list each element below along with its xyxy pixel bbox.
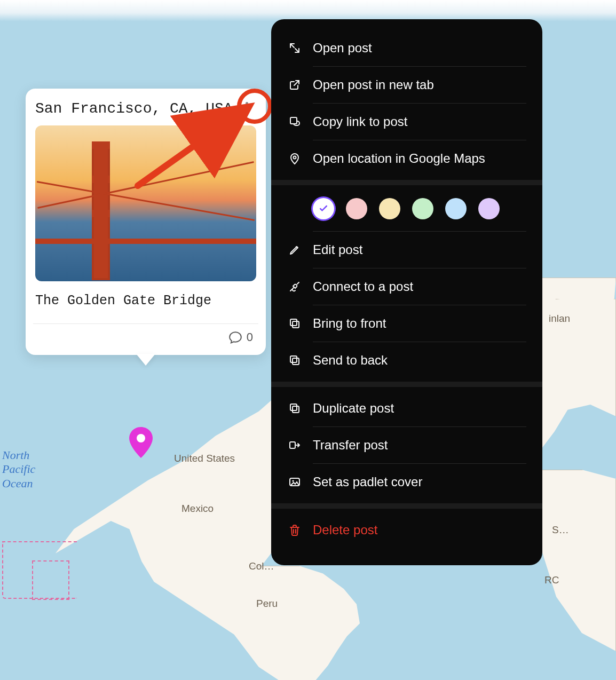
menu-label: Open location in Google Maps: [313, 151, 526, 166]
map-pin[interactable]: [129, 427, 153, 458]
post-card[interactable]: San Francisco, CA, USA The Golden Gate B…: [26, 89, 266, 355]
menu-label: Open post in new tab: [313, 77, 526, 92]
svg-rect-8: [290, 404, 297, 410]
bring-front-icon: [287, 316, 302, 331]
menu-label: Duplicate post: [313, 401, 526, 416]
menu-edit-post[interactable]: Edit post: [271, 232, 542, 268]
svg-rect-5: [290, 356, 297, 362]
ocean-label: North Pacific Ocean: [2, 448, 35, 491]
menu-connect-post[interactable]: Connect to a post: [271, 268, 542, 305]
menu-open-google-maps[interactable]: Open location in Google Maps: [271, 140, 542, 177]
menu-label: Edit post: [313, 242, 526, 257]
expand-icon: [287, 41, 302, 56]
country-label-mexico: Mexico: [181, 503, 214, 515]
send-back-icon: [287, 353, 302, 368]
color-swatch-yellow[interactable]: [379, 198, 400, 219]
landmass-africa: [531, 470, 616, 651]
menu-label: Copy link to post: [313, 114, 526, 129]
menu-label: Transfer post: [313, 438, 526, 453]
menu-delete-post[interactable]: Delete post: [271, 512, 542, 548]
color-swatch-white[interactable]: [313, 198, 334, 219]
svg-point-0: [137, 434, 145, 442]
card-footer: 0: [35, 324, 256, 350]
pencil-icon: [287, 242, 302, 257]
external-link-icon: [287, 77, 302, 92]
menu-send-to-back[interactable]: Send to back: [271, 342, 542, 378]
maritime-boundary: [32, 560, 69, 600]
pin-icon: [129, 427, 153, 458]
post-image[interactable]: [35, 125, 256, 281]
menu-label: Connect to a post: [313, 279, 526, 294]
country-label-peru: Peru: [256, 598, 278, 610]
color-swatches-row: [271, 188, 542, 231]
svg-rect-3: [293, 321, 299, 328]
menu-open-post[interactable]: Open post: [271, 30, 542, 66]
region-label-rc: RC: [544, 574, 559, 586]
country-label-usa: United States: [174, 453, 235, 464]
country-label-colombia: Col…: [249, 560, 274, 572]
region-label-sc: S…: [552, 524, 569, 536]
color-swatch-green[interactable]: [412, 198, 433, 219]
post-caption: The Golden Gate Bridge: [35, 293, 256, 309]
menu-label: Set as padlet cover: [313, 475, 526, 489]
menu-transfer-post[interactable]: Transfer post: [271, 427, 542, 463]
comment-count: 0: [247, 330, 253, 344]
color-swatch-pink[interactable]: [346, 198, 367, 219]
annotation-circle: [237, 89, 272, 124]
menu-label: Delete post: [313, 523, 526, 537]
menu-duplicate-post[interactable]: Duplicate post: [271, 390, 542, 426]
card-pointer-tail: [136, 354, 155, 366]
post-context-menu: Open post Open post in new tab Copy link…: [271, 19, 542, 565]
arctic-band: [0, 0, 616, 21]
menu-label: Send to back: [313, 353, 526, 368]
menu-label: Open post: [313, 41, 526, 56]
svg-rect-7: [293, 406, 299, 413]
menu-group-divider: [271, 503, 542, 509]
menu-bring-to-front[interactable]: Bring to front: [271, 305, 542, 342]
image-icon: [287, 475, 302, 489]
svg-rect-1: [290, 117, 297, 124]
transfer-icon: [287, 438, 302, 453]
link-icon: [287, 114, 302, 129]
color-swatch-blue[interactable]: [445, 198, 467, 219]
menu-copy-link[interactable]: Copy link to post: [271, 104, 542, 140]
menu-group-divider: [271, 180, 542, 185]
svg-rect-9: [290, 442, 295, 448]
menu-label: Bring to front: [313, 316, 526, 331]
comment-icon[interactable]: [228, 330, 242, 344]
trash-icon: [287, 523, 302, 537]
menu-set-cover[interactable]: Set as padlet cover: [271, 464, 542, 500]
svg-point-2: [294, 156, 296, 159]
duplicate-icon: [287, 401, 302, 416]
menu-group-divider: [271, 382, 542, 387]
plug-icon: [287, 279, 302, 294]
svg-point-11: [292, 480, 294, 481]
color-swatch-purple[interactable]: [478, 198, 500, 219]
post-title: San Francisco, CA, USA: [35, 98, 256, 120]
location-pin-icon: [287, 151, 302, 166]
menu-open-new-tab[interactable]: Open post in new tab: [271, 67, 542, 103]
check-icon: [318, 203, 329, 214]
region-label-inland: inlan: [549, 313, 570, 325]
